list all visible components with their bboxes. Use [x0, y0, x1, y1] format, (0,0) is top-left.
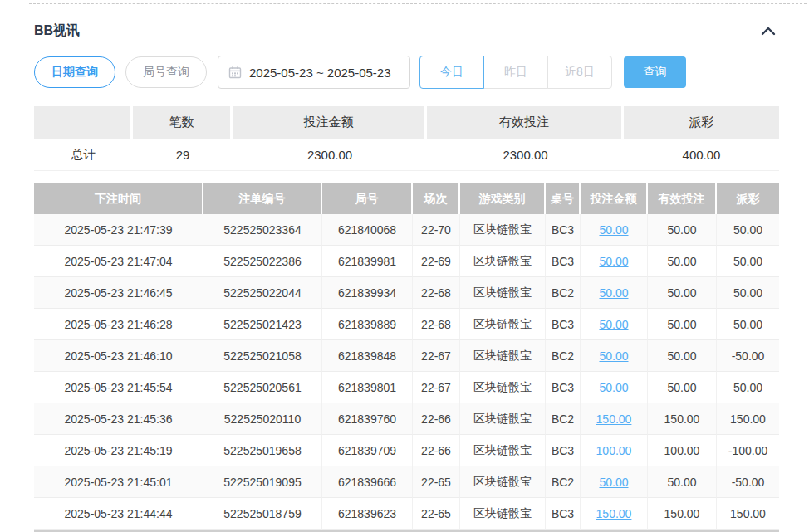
bet-amount-cell: 50.00 — [581, 466, 648, 498]
record-row: 2025-05-23 21:46:10522525021058621839848… — [34, 340, 779, 372]
bet-amount-link[interactable]: 50.00 — [599, 381, 628, 394]
payout-cell: 150.00 — [717, 498, 779, 530]
session-cell: 22-68 — [413, 309, 460, 340]
summary-header-payout: 派彩 — [624, 106, 779, 139]
bet-time-cell: 2025-05-23 21:47:04 — [34, 246, 203, 277]
record-row: 2025-05-23 21:46:28522525021423621839889… — [34, 309, 779, 340]
record-row: 2025-05-23 21:45:19522525019658621839709… — [34, 435, 779, 466]
today-button[interactable]: 今日 — [419, 56, 484, 89]
summary-header-empty — [34, 106, 133, 139]
bet-amount-cell: 50.00 — [581, 309, 648, 340]
game-type-cell: 区块链骰宝 — [460, 277, 546, 309]
summary-header-bet-amount: 投注金额 — [233, 106, 427, 139]
bet-time-cell: 2025-05-23 21:46:45 — [34, 277, 203, 309]
bet-amount-cell: 50.00 — [581, 214, 648, 246]
summary-header-row: 笔数 投注金额 有效投注 派彩 — [34, 106, 779, 139]
col-header-bet-time: 下注时间 — [34, 183, 203, 214]
bet-amount-link[interactable]: 100.00 — [596, 444, 632, 457]
bet-amount-link[interactable]: 50.00 — [599, 476, 628, 489]
bet-time-cell: 2025-05-23 21:46:28 — [34, 309, 203, 340]
session-cell: 22-65 — [413, 498, 460, 530]
session-cell: 22-66 — [413, 435, 460, 466]
session-cell: 22-69 — [413, 246, 460, 277]
summary-table: 笔数 投注金额 有效投注 派彩 总计 29 2300.00 2300.00 40… — [34, 106, 779, 171]
table-no-cell: BC3 — [546, 246, 581, 277]
game-type-cell: 区块链骰宝 — [460, 498, 546, 530]
summary-total-valid-bet: 2300.00 — [427, 139, 624, 171]
summary-total-count: 29 — [133, 139, 233, 171]
round-cell: 621839666 — [322, 466, 413, 498]
payout-cell: 50.00 — [717, 309, 779, 340]
game-type-cell: 区块链骰宝 — [460, 466, 546, 498]
payout-cell: 150.00 — [717, 403, 779, 435]
bet-id-cell: 522525019658 — [203, 435, 322, 466]
top-dashed-divider — [29, 3, 807, 4]
summary-total-row: 总计 29 2300.00 2300.00 400.00 — [34, 139, 779, 171]
date-query-tab[interactable]: 日期查询 — [34, 56, 115, 88]
round-cell: 621840068 — [322, 214, 413, 246]
bet-amount-cell: 50.00 — [581, 372, 648, 403]
bet-amount-link[interactable]: 50.00 — [599, 286, 628, 300]
game-type-cell: 区块链骰宝 — [460, 435, 546, 466]
session-cell: 22-65 — [413, 466, 460, 498]
bet-amount-link[interactable]: 50.00 — [599, 318, 628, 331]
round-cell: 621839889 — [322, 309, 413, 340]
date-range-input[interactable]: 2025-05-23 ~ 2025-05-23 — [218, 56, 410, 89]
calendar-icon — [228, 66, 242, 79]
records-header-row: 下注时间 注单编号 局号 场次 游戏类别 桌号 投注金额 有效投注 派彩 — [34, 183, 779, 214]
records-table: 下注时间 注单编号 局号 场次 游戏类别 桌号 投注金额 有效投注 派彩 202… — [34, 183, 779, 530]
game-type-cell: 区块链骰宝 — [460, 246, 546, 277]
bet-time-cell: 2025-05-23 21:47:39 — [34, 214, 203, 246]
col-header-valid-bet: 有效投注 — [648, 183, 717, 214]
session-cell: 22-66 — [413, 403, 460, 435]
table-no-cell: BC3 — [546, 309, 581, 340]
last-8-days-button[interactable]: 近8日 — [547, 56, 612, 89]
valid-bet-cell: 50.00 — [648, 372, 717, 403]
bet-time-cell: 2025-05-23 21:45:54 — [34, 372, 203, 403]
table-no-cell: BC2 — [546, 466, 581, 498]
valid-bet-cell: 50.00 — [648, 246, 717, 277]
session-cell: 22-67 — [413, 340, 460, 372]
game-type-cell: 区块链骰宝 — [460, 309, 546, 340]
bet-id-cell: 522525021423 — [203, 309, 322, 340]
payout-cell: -50.00 — [717, 466, 779, 498]
collapse-section-button[interactable] — [758, 22, 779, 40]
col-header-bet-amount: 投注金额 — [581, 183, 648, 214]
valid-bet-cell: 150.00 — [648, 498, 717, 530]
valid-bet-cell: 50.00 — [648, 340, 717, 372]
bet-amount-link[interactable]: 50.00 — [599, 223, 628, 237]
bet-id-cell: 522525023364 — [203, 214, 322, 246]
session-cell: 22-68 — [413, 277, 460, 309]
round-cell: 621839801 — [322, 372, 413, 403]
game-type-cell: 区块链骰宝 — [460, 372, 546, 403]
valid-bet-cell: 50.00 — [648, 309, 717, 340]
record-row: 2025-05-23 21:44:44522525018759621839623… — [34, 498, 779, 530]
table-no-cell: BC2 — [546, 340, 581, 372]
quick-date-button-group: 今日 昨日 近8日 — [419, 56, 612, 89]
valid-bet-cell: 50.00 — [648, 277, 717, 309]
search-button[interactable]: 查询 — [624, 56, 686, 88]
summary-header-count: 笔数 — [133, 106, 233, 139]
bet-time-cell: 2025-05-23 21:45:19 — [34, 435, 203, 466]
payout-cell: 50.00 — [717, 277, 779, 309]
bet-amount-link[interactable]: 50.00 — [599, 255, 628, 268]
bet-time-cell: 2025-05-23 21:44:44 — [34, 498, 203, 530]
col-header-round: 局号 — [322, 183, 413, 214]
bet-time-cell: 2025-05-23 21:45:36 — [34, 403, 203, 435]
round-cell: 621839709 — [322, 435, 413, 466]
section-header: BB视讯 — [34, 22, 779, 40]
round-query-tab[interactable]: 局号查询 — [125, 56, 207, 88]
page-title: BB视讯 — [34, 22, 80, 40]
bet-time-cell: 2025-05-23 21:45:01 — [34, 466, 203, 498]
payout-cell: -50.00 — [717, 340, 779, 372]
round-cell: 621839623 — [322, 498, 413, 530]
bet-id-cell: 522525018759 — [203, 498, 322, 530]
bet-amount-link[interactable]: 150.00 — [596, 412, 632, 426]
table-no-cell: BC3 — [546, 498, 581, 530]
valid-bet-cell: 50.00 — [648, 466, 717, 498]
bet-amount-link[interactable]: 150.00 — [596, 507, 632, 520]
yesterday-button[interactable]: 昨日 — [483, 56, 548, 89]
bet-amount-link[interactable]: 50.00 — [599, 349, 628, 363]
bet-amount-cell: 50.00 — [581, 277, 648, 309]
bet-amount-cell: 50.00 — [581, 246, 648, 277]
